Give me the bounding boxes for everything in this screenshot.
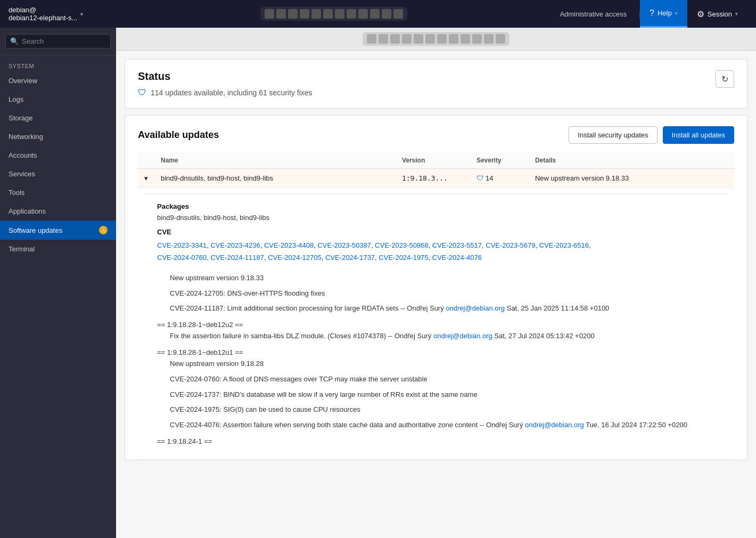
cve-link-8[interactable]: CVE-2024-0760 [157,254,207,262]
install-security-button[interactable]: Install security updates [569,126,657,144]
changelog-entry-5: New upstream version 9.18.28 [157,356,715,372]
changelog-entry-6: CVE-2024-0760: A flood of DNS messages o… [157,372,715,387]
changelog-entry-8: CVE-2024-1975: SIG(0) can be used to cau… [157,402,715,418]
toolbar-icon-8[interactable] [347,9,356,19]
sec-icon-3[interactable] [390,34,400,44]
cve-link-4[interactable]: CVE-2023-50868 [375,241,428,249]
sec-icon-9[interactable] [461,34,470,44]
table-row[interactable]: ▾ bind9-dnsutils, bind9-host, bind9-libs… [138,169,734,188]
severity-value: 14 [486,174,493,182]
updates-actions: Install security updates Install all upd… [569,126,734,144]
cve-link-12[interactable]: CVE-2024-1975 [379,254,428,262]
sidebar-system-label: System [0,55,116,71]
sec-icon-12[interactable] [496,34,505,44]
changelog-entry-4: Fix the assertion failure in samba-libs … [157,329,715,344]
hostname-button[interactable]: debian@ debian12-elephant-s... ▾ [9,6,120,22]
toolbar-icon-2[interactable] [276,9,286,19]
sec-icon-7[interactable] [437,34,447,44]
cve-link-2[interactable]: CVE-2023-4408 [264,241,314,249]
email-link-3[interactable]: ondrej@debian.org [525,421,584,429]
search-input[interactable] [22,37,106,45]
changelog-entry-7: CVE-2024-1737: BIND's database will be s… [157,387,715,403]
refresh-button[interactable]: ↻ [716,70,734,88]
email-link-2[interactable]: ondrej@debian.org [433,332,492,340]
sec-icon-6[interactable] [425,34,435,44]
hostname-host: debian12-elephant-s... [9,14,77,22]
cve-link-5[interactable]: CVE-2023-5517 [432,241,482,249]
sidebar-search-inner: 🔍 [5,34,111,48]
pkg-name-cell: bind9-dnsutils, bind9-host, bind9-libs [154,169,396,188]
topbar-toolbar-icons [260,7,407,21]
email-link-1[interactable]: ondrej@debian.org [446,304,505,312]
cve-link-1[interactable]: CVE-2023-4236 [210,241,260,249]
sec-icon-10[interactable] [472,34,482,44]
toolbar-icon-12[interactable] [393,9,403,19]
cve-link-11[interactable]: CVE-2024-1737 [325,254,375,262]
toolbar-icon-1[interactable] [265,9,274,19]
toolbar-icon-11[interactable] [382,9,391,19]
toolbar-icon-10[interactable] [370,9,380,19]
changelog-entry-9: CVE-2024-4076: Assertion failure when se… [157,418,715,433]
sec-icon-2[interactable] [379,34,388,44]
toolbar-icon-5[interactable] [311,9,321,19]
help-button[interactable]: ? Help ▾ [640,0,687,28]
sidebar-item-networking[interactable]: Networking [0,127,116,146]
topbar-right: Administrative access ? Help ▾ ⚙ Session… [547,0,747,28]
toolbar-icon-4[interactable] [300,9,309,19]
sidebar-item-software-updates[interactable]: Software updates ⚠ [0,221,116,240]
status-row: 🛡 114 updates available, including 61 se… [138,88,734,97]
session-button[interactable]: ⚙ Session ▾ [687,0,747,28]
expand-chevron-icon[interactable]: ▾ [138,169,154,188]
toolbar-icon-3[interactable] [288,9,298,19]
sidebar-item-tools[interactable]: Tools [0,183,116,202]
search-icon: 🔍 [10,37,19,45]
help-chevron-icon: ▾ [675,11,678,16]
cve-link-3[interactable]: CVE-2023-50387 [317,241,371,249]
cve-link-0[interactable]: CVE-2023-3341 [157,241,207,249]
toolbar-icon-9[interactable] [358,9,368,19]
toolbar-icon-6[interactable] [323,9,333,19]
sidebar-applications-label: Applications [9,207,46,215]
cve-link-9[interactable]: CVE-2024-11187 [210,254,264,262]
sec-icon-5[interactable] [414,34,423,44]
cve-link-7[interactable]: CVE-2023-6516 [539,241,589,249]
col-name-header: Name [154,152,396,169]
topbar: debian@ debian12-elephant-s... ▾ Adminis… [0,0,756,28]
help-label: Help [658,9,672,17]
install-all-button[interactable]: Install all updates [663,126,734,144]
col-expand [138,152,154,169]
sidebar-tools-label: Tools [9,189,24,197]
packages-section-title: Packages [157,202,715,210]
sidebar-terminal-label: Terminal [9,245,35,253]
sidebar-item-accounts[interactable]: Accounts [0,146,116,165]
detail-section: Packages bind9-dnsutils, bind9-host, bin… [144,193,728,454]
cve-link-6[interactable]: CVE-2023-5679 [486,241,535,249]
severity-shield-icon: 🛡 [476,174,483,182]
secondary-toolbar-icons [363,32,510,46]
cve-link-13[interactable]: CVE-2024-4076 [432,254,482,262]
updates-card: Available updates Install security updat… [125,115,747,460]
status-title: Status [138,70,170,83]
sidebar-item-terminal[interactable]: Terminal [0,240,116,258]
sec-icon-11[interactable] [484,34,494,44]
sidebar-item-services[interactable]: Services [0,165,116,183]
secondary-toolbar [116,28,756,51]
sec-icon-4[interactable] [402,34,412,44]
sidebar-item-applications[interactable]: Applications [0,202,116,221]
main-content: Status ↻ 🛡 114 updates available, includ… [116,28,756,538]
changelog-entry-3: CVE-2024-11187: Limit additional section… [157,301,715,316]
sidebar-logs-label: Logs [9,95,23,103]
sidebar-item-storage[interactable]: Storage [0,109,116,127]
toolbar-icon-7[interactable] [335,9,344,19]
sidebar-networking-label: Networking [9,133,43,141]
sidebar-item-overview[interactable]: Overview [0,71,116,90]
sec-icon-1[interactable] [367,34,376,44]
hostname-user: debian@ [9,6,77,14]
sec-icon-8[interactable] [449,34,458,44]
shield-icon: 🛡 [138,88,146,97]
details-cell: New upstream version 9.18.33 [529,169,734,188]
cve-link-10[interactable]: CVE-2024-12705 [268,254,321,262]
software-updates-warning-badge: ⚠ [99,226,108,234]
severity-cell: 🛡 14 [470,169,529,188]
sidebar-item-logs[interactable]: Logs [0,90,116,109]
